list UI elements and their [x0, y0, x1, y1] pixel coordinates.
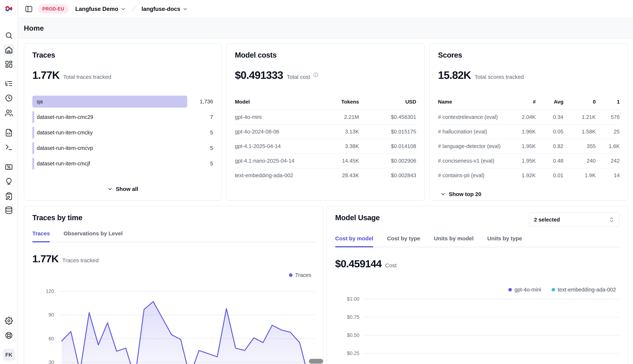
score-zero-count: 1.9K: [563, 172, 596, 178]
show-all-button[interactable]: Show all: [32, 186, 213, 192]
model-cost-row: gpt-4.1-2025-04-143.38K$0.014108: [235, 139, 416, 154]
trace-list-item[interactable]: dataset-run-item-cmc297: [32, 111, 213, 123]
score-name: # contextrelevance (eval): [438, 114, 504, 120]
score-avg: 0.48: [536, 158, 563, 164]
trace-name: dataset-run-item-cmcky: [32, 126, 187, 138]
trace-name: qa: [32, 96, 187, 108]
svg-text:120: 120: [46, 288, 54, 294]
sidebar-item-home[interactable]: [3, 44, 15, 56]
clipboard-pen-icon: [5, 192, 13, 200]
tab-units-by-model[interactable]: Units by model: [434, 235, 474, 247]
sidebar-item-gear[interactable]: [3, 315, 15, 326]
col-usd: USD: [359, 99, 416, 105]
score-one-count: 1.6K: [596, 143, 620, 149]
trace-list-item[interactable]: dataset-run-item-cmcvp5: [32, 142, 213, 154]
model-usage-title: Model Usage: [335, 214, 380, 222]
breadcrumb-slash-icon: [130, 5, 137, 13]
trace-count: 5: [187, 145, 213, 151]
usd-cost: $0.015175: [359, 129, 416, 135]
score-row: # contains-pii (eval)1.92K0.011.9K14: [438, 168, 620, 182]
project-name: langfuse-docs: [142, 6, 180, 12]
score-row: # language-detector (eval)1.95K0.823551.…: [438, 139, 620, 154]
col-count: #: [504, 99, 536, 105]
horizontal-scrollbar-thumb[interactable]: [309, 359, 323, 364]
total-cost-value: $0.491333: [235, 69, 283, 81]
col-avg: Avg: [536, 99, 563, 105]
score-name: # conciseness-v1 (eval): [438, 158, 504, 164]
lightbulb-icon: [5, 178, 13, 186]
score-one-count: 14: [596, 172, 620, 178]
usd-cost: $0.002843: [359, 172, 416, 178]
project-switcher[interactable]: langfuse-docs: [142, 6, 188, 12]
tab-observations-by-level[interactable]: Observations by Level: [64, 230, 123, 242]
sidebar-item-percent-square[interactable]: [3, 162, 15, 172]
sidebar-item-clock[interactable]: [3, 92, 15, 104]
sidebar-item-dashboard-grid[interactable]: [3, 59, 15, 70]
show-all-label: Show all: [116, 186, 138, 192]
tab-units-by-type[interactable]: Units by type: [487, 235, 522, 247]
legend-dot: [508, 288, 512, 292]
scores-card: Scores 15.82K Total scores tracked Name …: [429, 43, 628, 201]
usage-cost-label: Cost: [385, 262, 397, 268]
legend-item-traces[interactable]: Traces: [289, 272, 311, 278]
trace-name: dataset-run-item-cmcvp: [32, 142, 187, 154]
model-cost-row: text-embedding-ada-00228.43K$0.002843: [235, 168, 416, 182]
sidebar-item-search[interactable]: [3, 30, 15, 41]
sidebar-item-lifebuoy[interactable]: [3, 330, 15, 341]
sidebar: FK: [0, 0, 18, 364]
database-icon: [5, 206, 13, 214]
token-count: 28.43K: [307, 172, 359, 178]
tab-cost-by-type[interactable]: Cost by type: [387, 235, 420, 247]
environment-badge[interactable]: PROD-EU: [38, 4, 69, 14]
legend-dot: [289, 273, 293, 277]
svg-text:$1.00: $1.00: [347, 296, 359, 302]
traces-chart-legend: Traces: [32, 272, 315, 278]
org-switcher[interactable]: Langfuse Demo: [75, 6, 126, 12]
traces-bar-list: qa1,736dataset-run-item-cmc297dataset-ru…: [32, 96, 213, 170]
trace-bar-track: dataset-run-item-cmcky: [32, 126, 187, 138]
score-zero-count: 1.58K: [563, 129, 596, 135]
clock-icon: [5, 94, 13, 102]
sidebar-item-database[interactable]: [3, 205, 15, 216]
token-count: 3.13K: [307, 129, 359, 135]
model-costs-title: Model costs: [235, 51, 416, 59]
model-costs-card: Model costs $0.491333 Total cost Model T…: [226, 43, 425, 201]
sidebar-item-users[interactable]: [3, 108, 15, 118]
sidebar-item-file-code[interactable]: [3, 127, 15, 138]
info-icon[interactable]: [313, 72, 319, 78]
score-avg: 0.34: [536, 114, 563, 120]
score-zero-count: 240: [563, 158, 596, 164]
trace-bar-track: dataset-run-item-cmc29: [32, 111, 187, 123]
model-select-dropdown[interactable]: 2 selected: [529, 212, 620, 227]
trace-list-item[interactable]: qa1,736: [32, 96, 213, 108]
traces-by-time-chart[interactable]: 120906030: [32, 280, 315, 364]
legend-item-gpt-4o-mini[interactable]: gpt-4o-mini: [508, 287, 541, 293]
model-usage-chart[interactable]: $1.00$0.75$0.50$0.25: [335, 294, 620, 364]
legend-item-text-embedding-ada-002[interactable]: text-embedding-ada-002: [551, 287, 616, 293]
usd-cost: $0.014108: [359, 143, 416, 149]
show-top-20-button[interactable]: Show top 20: [438, 191, 620, 197]
model-costs-header: Model Tokens USD: [235, 99, 416, 110]
user-avatar[interactable]: FK: [3, 349, 15, 361]
score-row: # hallucination (eval)1.96K0.051.58K25: [438, 124, 620, 139]
model-name: gpt-4.1-2025-04-14: [235, 143, 307, 149]
sidebar-item-terminal[interactable]: [3, 142, 15, 153]
col-name: Name: [438, 99, 504, 105]
sidebar-toggle-button[interactable]: [24, 4, 34, 14]
usd-cost: $0.002906: [359, 158, 416, 164]
traces-tracked-label: Traces tracked: [62, 257, 99, 264]
sidebar-item-lightbulb[interactable]: [3, 176, 15, 187]
trace-list-item[interactable]: dataset-run-item-cmcjf5: [32, 158, 213, 170]
sidebar-item-list-tree[interactable]: [3, 78, 15, 89]
trace-list-item[interactable]: dataset-run-item-cmcky5: [32, 126, 213, 138]
search-icon: [5, 32, 13, 40]
usd-cost: $0.456301: [359, 114, 416, 120]
tab-cost-by-model[interactable]: Cost by model: [335, 235, 373, 247]
scores-title: Scores: [438, 51, 620, 59]
svg-text:$0.75: $0.75: [347, 314, 359, 320]
svg-text:90: 90: [49, 312, 54, 318]
langfuse-logo-icon[interactable]: [5, 4, 14, 13]
terminal-icon: [5, 143, 13, 151]
tab-traces[interactable]: Traces: [32, 230, 50, 242]
sidebar-item-clipboard-pen[interactable]: [3, 191, 15, 202]
